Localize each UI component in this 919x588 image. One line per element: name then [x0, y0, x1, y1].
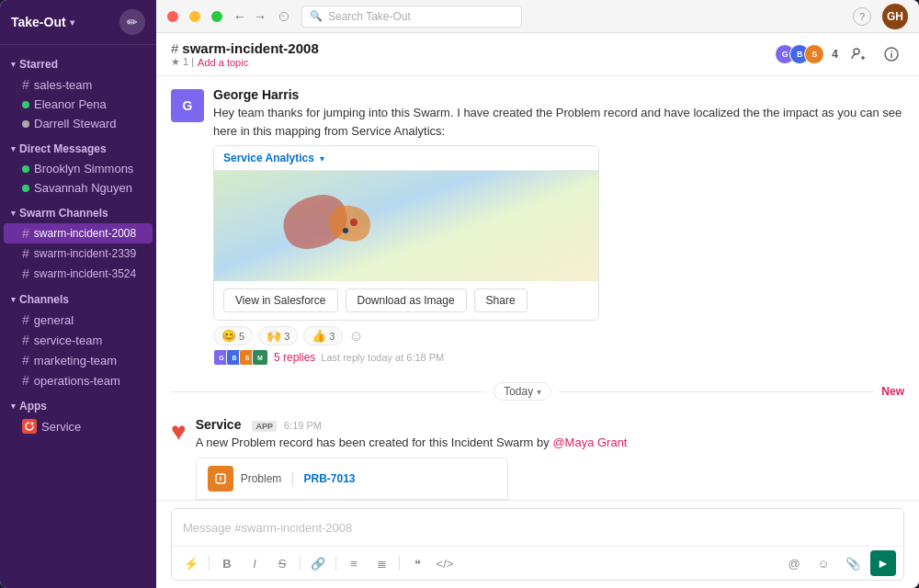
add-topic-link[interactable]: Add a topic [198, 57, 248, 68]
message: G George Harris Hey team thanks for jump… [156, 76, 919, 371]
status-dot-icon [22, 165, 29, 173]
message-author: George Harris [213, 87, 299, 102]
sidebar-item-eleanor-pena[interactable]: Eleanor Pena [4, 95, 153, 114]
workspace-name[interactable]: Take-Out ▾ [11, 15, 74, 29]
problem-icon [208, 466, 233, 492]
sidebar-item-service-team[interactable]: # service-team [4, 330, 153, 350]
compose-input[interactable] [172, 509, 903, 546]
message-header: George Harris [213, 87, 904, 102]
sidebar-item-brooklyn-simmons[interactable]: Brooklyn Simmons [4, 159, 153, 178]
replies-link[interactable]: 5 replies [274, 351, 315, 364]
emoji-tool[interactable]: ☺ [811, 551, 835, 575]
quote-tool[interactable]: ❝ [405, 551, 429, 575]
service-analytics-header: Service Analytics ▾ [214, 146, 598, 171]
status-dot-icon [22, 120, 29, 128]
svg-point-7 [220, 475, 221, 476]
sidebar-item-general[interactable]: # general [4, 310, 153, 330]
search-icon: 🔍 [310, 10, 323, 22]
app-container: Take-Out ▾ ✏ ▾ Starred # sales-team Elea… [0, 0, 919, 588]
swarm-caret-icon: ▾ [11, 209, 16, 218]
member-count[interactable]: 4 [832, 48, 838, 61]
service-analytics-map [214, 171, 598, 281]
bold-tool[interactable]: B [215, 551, 239, 575]
channel-header: # swarm-incident-2008 ★ 1 | Add a topic … [156, 33, 919, 76]
send-button[interactable]: ► [870, 550, 896, 576]
mention: @Maya Grant [552, 435, 627, 449]
history-button[interactable]: ⏲ [278, 9, 290, 24]
reaction-item[interactable]: 😊 5 [213, 326, 253, 345]
compose-box: ⚡ B I S 🔗 ≡ ≣ ❝ </> @ ☺ 📎 [171, 508, 904, 581]
link-tool[interactable]: 🔗 [306, 551, 330, 575]
ordered-list-tool[interactable]: ≡ [342, 551, 366, 575]
lightning-tool[interactable]: ⚡ [179, 551, 203, 575]
message-text: A new Problem record has been created fo… [196, 434, 904, 452]
add-reaction-button[interactable]: ☺ [348, 328, 363, 345]
thread-avatar: M [252, 349, 268, 366]
member-avatars: G B S [775, 44, 824, 64]
close-button[interactable] [167, 11, 178, 22]
reaction-item[interactable]: 🙌 3 [258, 326, 298, 345]
sidebar: Take-Out ▾ ✏ ▾ Starred # sales-team Elea… [0, 0, 156, 588]
strikethrough-tool[interactable]: S [270, 551, 294, 575]
sidebar-nav: ▾ Starred # sales-team Eleanor Pena Darr… [0, 45, 156, 588]
thread-replies: G B S M 5 replies Last reply today at 6:… [213, 349, 904, 366]
minimize-button[interactable] [189, 11, 200, 22]
maximize-button[interactable] [211, 11, 222, 22]
sidebar-item-swarm-3524[interactable]: # swarm-incident-3524 [4, 264, 153, 284]
sidebar-item-marketing-team[interactable]: # marketing-team [4, 350, 153, 370]
back-arrow-icon[interactable]: ← [233, 9, 246, 24]
share-button[interactable]: Share [474, 288, 528, 312]
sidebar-item-swarm-2008[interactable]: # swarm-incident-2008 [4, 223, 153, 243]
unordered-list-tool[interactable]: ≣ [369, 551, 393, 575]
starred-section[interactable]: ▾ Starred [0, 54, 156, 74]
forward-arrow-icon[interactable]: → [254, 9, 267, 24]
add-member-button[interactable] [845, 41, 871, 67]
sidebar-item-savannah-nguyen[interactable]: Savannah Nguyen [4, 178, 153, 198]
service-analytics-chevron-icon[interactable]: ▾ [320, 153, 324, 164]
avatar: G [171, 89, 204, 122]
italic-tool[interactable]: I [243, 551, 267, 575]
direct-messages-section[interactable]: ▾ Direct Messages [0, 139, 156, 159]
svg-point-1 [854, 49, 859, 54]
new-badge: New [881, 385, 904, 398]
sidebar-item-darrell-steward[interactable]: Darrell Steward [4, 114, 153, 133]
reaction-item[interactable]: 👍 3 [303, 326, 343, 345]
today-chevron-icon: ▾ [537, 387, 541, 397]
nav-arrows: ← → [233, 9, 267, 24]
date-divider: Today ▾ New [156, 371, 919, 412]
compose-button[interactable]: ✏ [119, 9, 145, 35]
apps-section[interactable]: ▾ Apps [0, 396, 156, 416]
sidebar-item-operations-team[interactable]: # operations-team [4, 370, 153, 390]
view-salesforce-button[interactable]: View in Salesforce [223, 288, 338, 312]
attach-tool[interactable]: 📎 [841, 551, 865, 575]
download-image-button[interactable]: Download as Image [346, 288, 467, 312]
titlebar: ← → ⏲ 🔍 Search Take-Out ? GH [156, 0, 919, 33]
user-avatar[interactable]: GH [882, 4, 908, 29]
help-button[interactable]: ? [853, 7, 871, 26]
swarm-channels-section[interactable]: ▾ Swarm Channels [0, 203, 156, 223]
main-content: ← → ⏲ 🔍 Search Take-Out ? GH # swarm-inc… [156, 0, 919, 588]
channel-info-button[interactable] [879, 41, 904, 67]
app-badge: APP [252, 421, 277, 432]
compose-toolbar: ⚡ B I S 🔗 ≡ ≣ ❝ </> @ ☺ 📎 [172, 546, 903, 580]
service-analytics-title[interactable]: Service Analytics [223, 152, 314, 164]
message-text: Hey team thanks for jumping into this Sw… [213, 104, 904, 140]
search-bar[interactable]: 🔍 Search Take-Out [301, 6, 522, 28]
channels-caret-icon: ▾ [11, 295, 16, 304]
message-content: Service APP 6:19 PM A new Problem record… [196, 417, 904, 500]
hash-icon: # [22, 246, 29, 261]
sidebar-item-sales-team[interactable]: # sales-team [4, 74, 153, 95]
service-analytics-actions: View in Salesforce Download as Image Sha… [214, 281, 598, 320]
hash-icon: # [22, 266, 29, 281]
channels-section[interactable]: ▾ Channels [0, 289, 156, 310]
service-heart-icon: ♥ [171, 419, 187, 445]
sidebar-item-service-app[interactable]: Service [4, 416, 153, 436]
sidebar-item-swarm-2339[interactable]: # swarm-incident-2339 [4, 243, 153, 264]
message-author: Service [196, 417, 242, 432]
today-badge[interactable]: Today ▾ [494, 382, 551, 401]
at-mention-tool[interactable]: @ [782, 551, 806, 575]
code-tool[interactable]: </> [433, 551, 457, 575]
problem-card-header: Problem | PRB-7013 [197, 458, 507, 500]
dm-caret-icon: ▾ [11, 144, 16, 153]
problem-id[interactable]: PRB-7013 [303, 472, 355, 485]
